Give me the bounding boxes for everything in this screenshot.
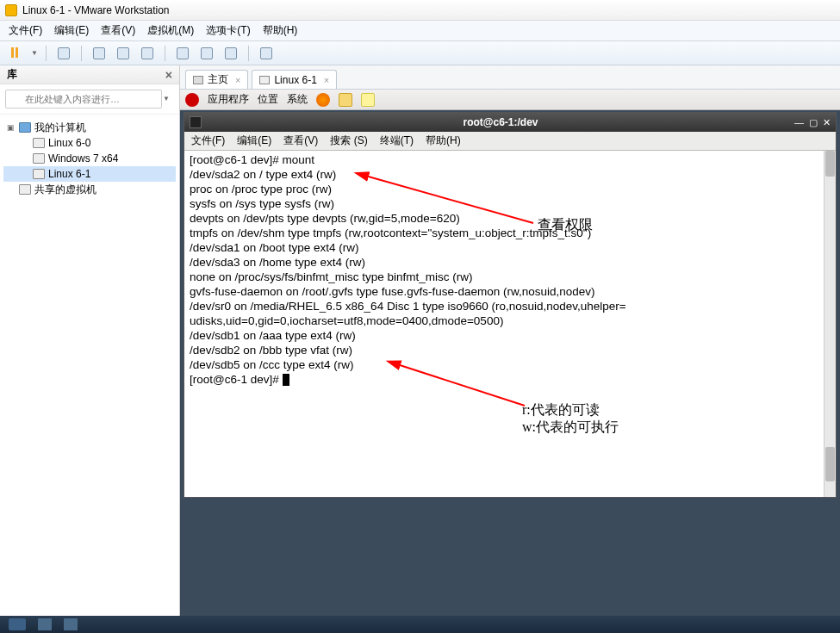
terminal-body[interactable]: [root@c6-1 dev]# mount/dev/sda2 on / typ… xyxy=(184,151,836,497)
settings-icon xyxy=(141,47,153,59)
terminal-scrollbar[interactable] xyxy=(824,151,836,497)
terminal-line: proc on /proc type proc (rw) xyxy=(190,182,831,196)
terminal-line: /dev/sr0 on /media/RHEL_6.5 x86_64 Disc … xyxy=(190,299,831,313)
collapse-icon[interactable]: ▣ xyxy=(7,123,16,132)
sidebar-close-button[interactable]: × xyxy=(165,68,172,82)
tab-vm-label: Linux 6-1 xyxy=(274,74,316,86)
menu-help[interactable]: 帮助(H) xyxy=(263,23,298,38)
vmware-icon xyxy=(5,4,17,16)
toolbar-btn-5[interactable] xyxy=(173,45,192,62)
firefox-icon[interactable] xyxy=(316,93,330,107)
terminal-maximize-button[interactable]: ▢ xyxy=(809,117,818,128)
terminal-line: tmpfs on /dev/shm type tmpfs (rw,rootcon… xyxy=(190,226,831,240)
unity-icon xyxy=(201,47,213,59)
file-manager-icon[interactable] xyxy=(339,93,352,107)
library-tree: ▣ 我的计算机 Linux 6-0 Windows 7 x64 Linux 6-… xyxy=(0,115,179,202)
vm-icon xyxy=(259,76,270,84)
library-search-input[interactable] xyxy=(5,90,162,109)
tree-root-label: 我的计算机 xyxy=(34,121,86,135)
gnome-menu-apps[interactable]: 应用程序 xyxy=(208,92,249,107)
redhat-icon[interactable] xyxy=(185,93,199,107)
vm-icon xyxy=(33,169,45,179)
start-button[interactable] xyxy=(9,618,26,630)
tree-item-linux60[interactable]: Linux 6-0 xyxy=(3,135,176,151)
terminal-title: root@c6-1:/dev xyxy=(207,116,794,128)
tree-item-label: Linux 6-1 xyxy=(48,168,90,180)
tree-root-mycomputer[interactable]: ▣ 我的计算机 xyxy=(3,120,176,135)
tab-close-icon[interactable]: × xyxy=(324,75,329,85)
vm-icon xyxy=(33,153,45,164)
toolbar-btn-3[interactable] xyxy=(114,45,133,62)
search-dropdown-icon[interactable]: ▼ xyxy=(163,95,170,102)
notes-icon[interactable] xyxy=(361,93,375,107)
gnome-top-panel: 应用程序 位置 系统 xyxy=(180,90,840,110)
tree-item-linux61[interactable]: Linux 6-1 xyxy=(3,166,176,182)
tree-item-win7[interactable]: Windows 7 x64 xyxy=(3,151,176,166)
tab-home-label: 主页 xyxy=(208,72,228,87)
library-sidebar: 库 × 🔍 ▼ ▣ 我的计算机 Linux 6-0 Windows 7 x64 xyxy=(0,65,180,616)
terminal-line: devpts on /dev/pts type devpts (rw,gid=5… xyxy=(190,211,831,226)
vm-content-area: 主页 × Linux 6-1 × 应用程序 位置 系统 root@c6-1:/d… xyxy=(180,65,840,616)
term-menu-terminal[interactable]: 终端(T) xyxy=(380,133,414,148)
tree-shared-label: 共享的虚拟机 xyxy=(34,183,96,197)
term-menu-view[interactable]: 查看(V) xyxy=(283,133,318,148)
terminal-window: root@c6-1:/dev — ▢ ✕ 文件(F) 编辑(E) 查看(V) 搜… xyxy=(184,112,837,498)
gnome-menu-places[interactable]: 位置 xyxy=(258,92,278,107)
terminal-line: /dev/sda1 on /boot type ext4 (rw) xyxy=(190,240,831,255)
window-titlebar: Linux 6-1 - VMware Workstation xyxy=(0,0,840,21)
toolbar-btn-2[interactable] xyxy=(90,45,109,62)
tab-linux61[interactable]: Linux 6-1 × xyxy=(252,70,337,89)
manage-icon xyxy=(117,47,129,59)
tree-item-label: Linux 6-0 xyxy=(48,137,90,149)
terminal-line: /dev/sdb1 on /aaa type ext4 (rw) xyxy=(190,328,831,343)
fullscreen-icon xyxy=(177,47,189,59)
host-taskbar xyxy=(0,616,840,633)
terminal-line: [root@c6-1 dev]# xyxy=(190,372,831,387)
menu-tabs[interactable]: 选项卡(T) xyxy=(206,23,250,38)
terminal-line: gvfs-fuse-daemon on /root/.gvfs type fus… xyxy=(190,284,831,299)
taskbar-icon[interactable] xyxy=(38,618,52,630)
gnome-menu-system[interactable]: 系统 xyxy=(287,92,308,107)
shared-icon xyxy=(19,184,31,195)
sidebar-title: 库 xyxy=(7,67,17,82)
taskbar-icon[interactable] xyxy=(64,618,78,630)
menu-edit[interactable]: 编辑(E) xyxy=(54,23,89,38)
app-menubar: 文件(F) 编辑(E) 查看(V) 虚拟机(M) 选项卡(T) 帮助(H) xyxy=(0,21,840,41)
menu-file[interactable]: 文件(F) xyxy=(9,23,42,38)
toolbar-btn-6[interactable] xyxy=(197,45,216,62)
term-menu-help[interactable]: 帮助(H) xyxy=(426,133,461,148)
scrollbar-thumb[interactable] xyxy=(825,447,835,481)
power-pause-button[interactable] xyxy=(5,45,24,62)
app-toolbar: ▼ xyxy=(0,41,840,65)
dropdown-arrow-icon[interactable]: ▼ xyxy=(31,49,38,57)
terminal-line: none on /proc/sys/fs/binfmt_misc type bi… xyxy=(190,270,831,284)
term-menu-file[interactable]: 文件(F) xyxy=(191,133,225,148)
terminal-icon xyxy=(190,116,202,128)
terminal-titlebar[interactable]: root@c6-1:/dev — ▢ ✕ xyxy=(184,113,836,132)
revert-icon xyxy=(93,47,105,59)
menu-view[interactable]: 查看(V) xyxy=(101,23,135,38)
sidebar-header: 库 × xyxy=(0,65,179,84)
terminal-line: [root@c6-1 dev]# mount xyxy=(190,152,831,167)
term-menu-edit[interactable]: 编辑(E) xyxy=(237,133,271,148)
term-menu-search[interactable]: 搜索 (S) xyxy=(330,133,367,148)
toolbar-btn-7[interactable] xyxy=(221,45,240,62)
toolbar-btn-8[interactable] xyxy=(257,45,276,62)
terminal-menubar: 文件(F) 编辑(E) 查看(V) 搜索 (S) 终端(T) 帮助(H) xyxy=(184,132,836,151)
vm-icon xyxy=(33,138,45,148)
toolbar-btn-1[interactable] xyxy=(54,45,73,62)
stretch-icon xyxy=(260,47,272,59)
terminal-close-button[interactable]: ✕ xyxy=(823,117,831,128)
terminal-minimize-button[interactable]: — xyxy=(794,117,804,128)
toolbar-btn-4[interactable] xyxy=(138,45,157,62)
snapshot-icon xyxy=(58,47,70,59)
terminal-line: sysfs on /sys type sysfs (rw) xyxy=(190,196,831,211)
pause-icon xyxy=(11,46,18,61)
tree-root-shared[interactable]: 共享的虚拟机 xyxy=(3,182,176,197)
tab-close-icon[interactable]: × xyxy=(235,75,240,85)
scrollbar-thumb[interactable] xyxy=(825,151,835,177)
terminal-line: /dev/sda3 on /home type ext4 (rw) xyxy=(190,255,831,270)
menu-vm[interactable]: 虚拟机(M) xyxy=(147,23,194,38)
tab-home[interactable]: 主页 × xyxy=(185,70,248,89)
terminal-line: /dev/sda2 on / type ext4 (rw) xyxy=(190,167,831,182)
